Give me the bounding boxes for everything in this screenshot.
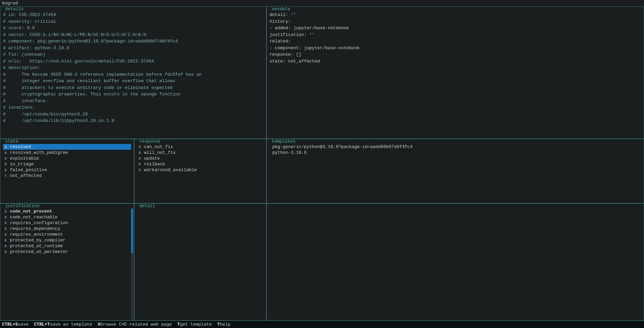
state-panel-title: state [4,139,20,144]
template-label-0: pkg:generic/python@3.10.6?package-id=aad… [271,144,640,149]
state-item-exploitable[interactable]: xexploitable [3,156,131,161]
status-label-?: help [220,322,230,327]
justification-item-protected_at_runtime[interactable]: xprotected_at_runtime [3,243,129,249]
response-panel-title: response [138,139,162,144]
app-title: bogrod [2,1,18,6]
response-item-rollback[interactable]: xrollback [137,161,263,167]
justification-content: xcode_not_presentxcode_not_reachablexreq… [0,204,134,320]
justification-panel-title: justification [4,203,41,208]
status-key-?: ? [217,322,220,327]
detail-panel-title: detail [138,203,157,208]
top-row: details # id: CVE-2022-37454 # severity:… [0,6,644,139]
state-content: xresolvedxresolved_with_pedigreexexploit… [0,139,134,203]
bottom-row: justification xcode_not_presentxcode_not… [0,203,644,321]
template-item-0[interactable]: pkg:generic/python@3.10.6?package-id=aad… [270,144,641,150]
vexdata-panel-title: vexdata [270,6,292,12]
state-checkbox-resolved: x [4,145,10,149]
templates-content: pkg:generic/python@3.10.6?package-id=aad… [267,139,644,203]
state-item-resolved[interactable]: xresolved [3,144,131,150]
main-content: details # id: CVE-2022-37454 # severity:… [0,6,644,321]
status-label-CTRL+S: save [18,322,29,327]
justification-panel: justification xcode_not_presentxcode_not… [0,203,134,321]
just-checkbox-code_not_present: x [4,209,10,214]
state-label-exploitable: exploitable [10,156,130,161]
state-checkbox-in_triage: x [4,162,10,167]
just-checkbox-requires_configuration: x [4,221,10,225]
justification-item-requires_dependency[interactable]: xrequires_dependency [3,226,129,232]
bottom-right-panel [266,203,644,321]
just-checkbox-protected_at_runtime: x [4,244,10,249]
just-label-requires_configuration: requires_configuration [10,220,128,225]
status-bar: CTRL+S save CTRL+T save as template V br… [0,321,644,328]
response-checkbox-can_not_fix: x [139,145,144,149]
justification-scrollbar[interactable] [131,208,133,320]
response-label-update: update [144,156,262,161]
response-item-can_not_fix[interactable]: xcan_not_fix [137,144,263,150]
details-panel: details # id: CVE-2022-37454 # severity:… [0,6,266,139]
justification-item-code_not_reachable[interactable]: xcode_not_reachable [3,214,129,220]
state-label-not_affected: not_affected [10,173,130,178]
response-item-update[interactable]: xupdate [137,156,263,161]
justification-item-code_not_present[interactable]: xcode_not_present [3,208,129,214]
justification-item-protected_by_compiler[interactable]: xprotected_by_compiler [3,237,129,243]
status-label-V: browse CVE-related web page [100,322,172,327]
just-checkbox-protected_by_compiler: x [4,238,10,243]
status-label-T: get template [180,322,212,327]
state-item-resolved_with_pedigree[interactable]: xresolved_with_pedigree [3,150,131,156]
justification-item-protected_at_perimeter[interactable]: xprotected_at_perimeter [3,249,129,255]
just-checkbox-protected_at_perimeter: x [4,250,10,254]
response-checkbox-workaround_available: x [139,168,144,172]
just-label-code_not_present: code_not_present [10,209,128,214]
state-checkbox-not_affected: x [4,174,10,178]
templates-panel-title: templates [270,139,297,144]
title-bar: bogrod [0,0,644,6]
vexdata-text: detail: '' history: - added: jupyter/bas… [270,12,641,65]
template-item-1[interactable]: python-3.10.6 [270,150,641,156]
just-checkbox-code_not_reachable: x [4,215,10,220]
justification-item-requires_configuration[interactable]: xrequires_configuration [3,220,129,226]
detail-input-content[interactable] [134,204,266,320]
state-label-resolved: resolved [10,144,130,149]
justification-item-requires_environment[interactable]: xrequires_environment [3,232,129,237]
state-label-resolved_with_pedigree: resolved_with_pedigree [10,150,130,155]
detail-input-panel: detail [134,203,266,321]
middle-row: state xresolvedxresolved_with_pedigreexe… [0,139,644,203]
status-key-CTRL+S: CTRL+S [2,322,18,327]
response-label-will_not_fix: will_not_fix [144,150,262,155]
response-item-will_not_fix[interactable]: xwill_not_fix [137,150,263,156]
response-content: xcan_not_fixxwill_not_fixxupdatexrollbac… [134,139,266,203]
templates-panel: templates pkg:generic/python@3.10.6?pack… [266,139,644,203]
details-content: # id: CVE-2022-37454 # severity: critica… [0,7,266,139]
state-item-in_triage[interactable]: xin_triage [3,161,131,167]
status-key-V: V [98,322,100,327]
response-item-workaround_available[interactable]: xworkaround_available [137,167,263,173]
just-label-code_not_reachable: code_not_reachable [10,215,128,220]
response-checkbox-will_not_fix: x [139,150,144,155]
status-label-CTRL+T: save as template [50,322,92,327]
details-panel-title: details [4,6,25,12]
state-label-in_triage: in_triage [10,162,130,167]
state-checkbox-resolved_with_pedigree: x [4,150,10,155]
details-text: # id: CVE-2022-37454 # severity: critica… [3,12,263,124]
template-label-1: python-3.10.6 [271,150,640,155]
status-key-CTRL+T: CTRL+T [34,322,50,327]
vexdata-content: detail: '' history: - added: jupyter/bas… [267,7,644,139]
just-label-requires_dependency: requires_dependency [10,226,128,231]
just-label-requires_environment: requires_environment [10,232,128,237]
state-item-not_affected[interactable]: xnot_affected [3,173,131,179]
status-key-T: T [177,322,180,327]
response-checkbox-rollback: x [139,162,144,167]
scrollbar-thumb [131,208,133,253]
state-item-false_positive[interactable]: xfalse_positive [3,167,131,173]
state-checkbox-false_positive: x [4,168,10,172]
just-label-protected_at_runtime: protected_at_runtime [10,243,128,249]
state-label-false_positive: false_positive [10,167,130,172]
just-label-protected_at_perimeter: protected_at_perimeter [10,249,128,254]
vexdata-panel: vexdata detail: '' history: - added: jup… [266,6,644,139]
just-checkbox-requires_environment: x [4,232,10,237]
state-checkbox-exploitable: x [4,156,10,161]
just-label-protected_by_compiler: protected_by_compiler [10,238,128,243]
state-panel: state xresolvedxresolved_with_pedigreexe… [0,139,134,203]
response-checkbox-update: x [139,156,144,161]
response-label-workaround_available: workaround_available [144,167,262,172]
